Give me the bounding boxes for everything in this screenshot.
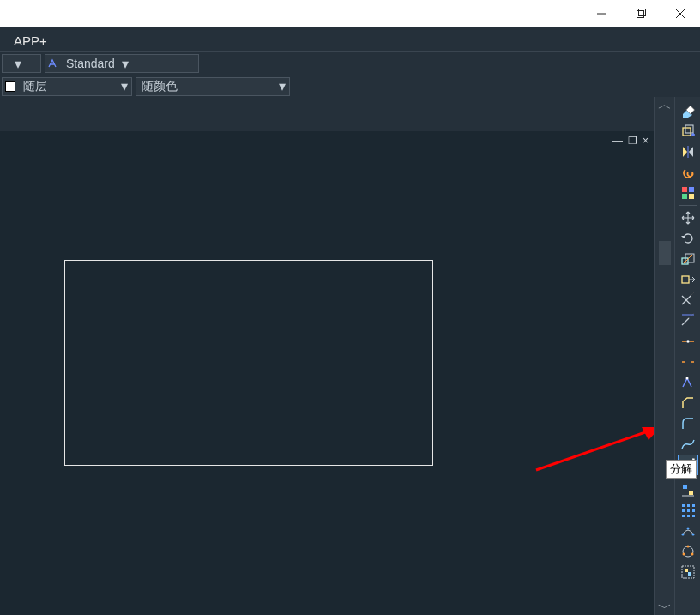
svg-rect-39 xyxy=(689,491,693,495)
svg-point-52 xyxy=(691,534,694,536)
color-dropdown[interactable]: 随颜色 ▾ xyxy=(136,77,290,96)
svg-line-28 xyxy=(682,318,689,325)
svg-rect-17 xyxy=(689,187,694,192)
text-style-dropdown[interactable]: Standard ▾ xyxy=(45,54,199,73)
svg-rect-42 xyxy=(682,509,685,512)
color-value: 随颜色 xyxy=(136,79,181,94)
layer-swatch xyxy=(3,81,18,92)
svg-rect-58 xyxy=(685,569,688,572)
break-icon[interactable] xyxy=(679,353,697,371)
text-style-icon xyxy=(45,57,61,70)
svg-line-29 xyxy=(689,313,694,318)
app-tab-row: APP+ xyxy=(0,27,700,51)
svg-rect-38 xyxy=(683,485,687,489)
svg-rect-2 xyxy=(639,9,646,15)
svg-line-27 xyxy=(691,292,694,296)
svg-marker-13 xyxy=(683,147,687,157)
spiral-icon[interactable] xyxy=(679,163,697,182)
viewport-minimize-button[interactable]: — xyxy=(612,135,623,147)
svg-point-55 xyxy=(691,553,693,556)
svg-rect-41 xyxy=(682,504,685,507)
window-titlebar xyxy=(0,0,700,27)
svg-rect-24 xyxy=(682,276,689,283)
svg-rect-46 xyxy=(687,515,690,517)
chevron-down-icon: ▾ xyxy=(118,55,132,72)
scroll-down-button[interactable]: ﹀ xyxy=(655,600,674,615)
blend-curves-icon[interactable] xyxy=(679,435,697,454)
svg-rect-49 xyxy=(692,515,695,517)
array-path-icon[interactable] xyxy=(679,522,697,540)
join-icon[interactable] xyxy=(679,373,697,392)
svg-rect-48 xyxy=(692,509,695,512)
svg-rect-10 xyxy=(685,125,693,133)
svg-point-56 xyxy=(682,553,685,556)
svg-point-50 xyxy=(681,534,684,536)
layer-value: 随层 xyxy=(18,79,51,94)
svg-rect-16 xyxy=(682,187,687,192)
svg-rect-19 xyxy=(689,194,694,199)
viewport-window-controls: — ❐ × xyxy=(612,135,649,147)
svg-rect-9 xyxy=(683,128,691,136)
break-point-icon[interactable] xyxy=(679,332,697,351)
svg-point-54 xyxy=(686,546,689,548)
tooltip: 分解 xyxy=(666,460,697,479)
copy-plus-icon[interactable] xyxy=(679,122,697,141)
mirror-icon[interactable] xyxy=(679,142,697,161)
svg-point-51 xyxy=(686,528,689,530)
red-arrow-annotation xyxy=(532,423,661,474)
text-style-value: Standard xyxy=(61,57,118,70)
fillet-icon[interactable] xyxy=(679,414,697,433)
window-close-button[interactable] xyxy=(661,0,700,27)
chevron-down-icon: ▾ xyxy=(118,78,131,95)
viewport-close-button[interactable]: × xyxy=(643,135,649,147)
drawn-rectangle[interactable] xyxy=(64,260,433,466)
scroll-up-button[interactable]: ︿ xyxy=(655,97,674,112)
stretch-icon[interactable] xyxy=(679,270,697,289)
scale-icon[interactable] xyxy=(679,250,697,268)
svg-rect-45 xyxy=(687,509,690,512)
group-icon[interactable] xyxy=(679,563,697,582)
chevron-down-icon: ▾ xyxy=(11,55,25,72)
toolbar-area: ▾ Standard ▾ 随层 ▾ 随颜色 ▾ xyxy=(0,51,700,97)
align-icon[interactable] xyxy=(679,480,697,499)
eraser-icon[interactable] xyxy=(679,101,697,120)
svg-rect-43 xyxy=(682,515,685,517)
color-grid-icon[interactable] xyxy=(679,184,697,202)
svg-marker-14 xyxy=(689,147,693,157)
svg-rect-18 xyxy=(682,194,687,199)
extend-icon[interactable] xyxy=(679,311,697,330)
array-icon[interactable] xyxy=(679,501,697,520)
drawing-area-wrap: — ❐ × xyxy=(0,97,654,615)
scroll-gutter: ︿ ﹀ xyxy=(654,97,674,615)
svg-rect-1 xyxy=(637,10,644,17)
modify-toolbar xyxy=(674,97,700,615)
rotate-icon[interactable] xyxy=(679,229,697,248)
svg-line-5 xyxy=(536,431,648,470)
viewport-restore-button[interactable]: ❐ xyxy=(628,135,637,147)
toolbar-dropdown-1[interactable]: ▾ xyxy=(2,54,41,73)
window-maximize-button[interactable] xyxy=(621,0,661,27)
chamfer-icon[interactable] xyxy=(679,394,697,413)
drawing-viewport[interactable]: — ❐ × xyxy=(0,131,654,615)
array-polar-icon[interactable] xyxy=(679,542,697,561)
svg-rect-47 xyxy=(692,504,695,507)
window-minimize-button[interactable] xyxy=(582,0,621,27)
move-icon[interactable] xyxy=(679,208,697,227)
svg-rect-44 xyxy=(687,504,690,507)
svg-point-36 xyxy=(685,377,688,380)
chevron-down-icon: ▾ xyxy=(275,78,289,95)
layer-dropdown[interactable]: 随层 ▾ xyxy=(2,77,132,96)
svg-point-33 xyxy=(686,340,689,342)
scroll-thumb[interactable] xyxy=(659,241,671,265)
svg-rect-59 xyxy=(688,572,691,576)
trim-icon[interactable] xyxy=(679,291,697,310)
app-tab[interactable]: APP+ xyxy=(14,30,51,51)
